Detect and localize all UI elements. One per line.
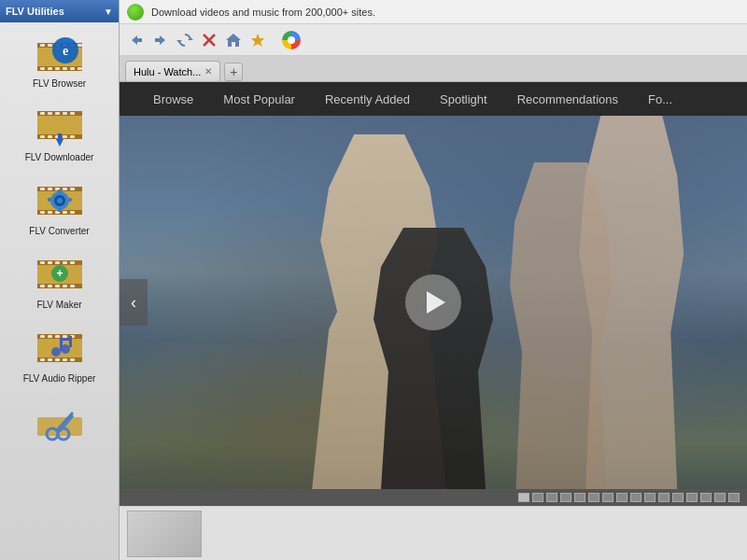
svg-rect-3	[40, 44, 45, 47]
page-dot-1[interactable]	[518, 493, 529, 502]
pagination-bar	[120, 489, 747, 506]
svg-rect-43	[63, 211, 67, 214]
svg-rect-55	[40, 261, 45, 264]
svg-rect-14	[78, 67, 82, 70]
page-dot-7[interactable]	[602, 493, 613, 502]
svg-marker-91	[176, 40, 182, 43]
page-dot-4[interactable]	[560, 493, 571, 502]
play-button[interactable]	[405, 274, 461, 330]
nav-most-popular[interactable]: Most Popular	[208, 85, 310, 114]
sidebar-item-downloader[interactable]: FLV Downloader	[0, 96, 119, 170]
svg-text:e: e	[62, 44, 67, 58]
svg-rect-28	[63, 135, 67, 138]
sidebar-item-extra[interactable]	[0, 391, 119, 455]
tab-close-button[interactable]: ✕	[204, 66, 212, 77]
sidebar-item-converter[interactable]: FLV Converter	[0, 170, 119, 244]
new-tab-button[interactable]: +	[224, 63, 243, 81]
refresh-icon	[176, 32, 193, 49]
svg-rect-61	[48, 285, 52, 287]
svg-rect-24	[70, 112, 75, 115]
svg-rect-39	[70, 188, 75, 190]
page-dot-3[interactable]	[546, 493, 557, 502]
refresh-button[interactable]	[174, 29, 196, 51]
page-dot-9[interactable]	[630, 493, 641, 502]
flv-maker-icon: +	[35, 251, 84, 300]
nav-browse[interactable]: Browse	[138, 85, 208, 114]
svg-rect-63	[63, 285, 67, 287]
page-dot-14[interactable]	[700, 493, 712, 502]
svg-rect-58	[63, 261, 67, 264]
svg-rect-26	[48, 135, 52, 138]
tabs-bar: Hulu - Watch... ✕ +	[120, 56, 747, 82]
tab-hulu[interactable]: Hulu - Watch... ✕	[125, 61, 220, 81]
svg-rect-31	[58, 133, 62, 141]
play-triangle-icon	[427, 291, 445, 314]
svg-rect-21	[48, 112, 52, 115]
svg-marker-95	[251, 34, 264, 47]
page-dot-5[interactable]	[574, 493, 585, 502]
page-dot-2[interactable]	[532, 493, 543, 502]
nav-recently-added[interactable]: Recently Added	[310, 85, 425, 114]
sidebar-title-label: FLV Utilities	[6, 6, 64, 17]
stop-icon	[201, 32, 218, 49]
svg-rect-38	[63, 188, 67, 190]
svg-rect-13	[70, 67, 75, 70]
info-text: Download videos and music from 200,000+ …	[151, 7, 375, 18]
sidebar-expand-button[interactable]: ▼	[104, 7, 113, 17]
hulu-nav: Browse Most Popular Recently Added Spotl…	[120, 82, 747, 116]
browser-content: Browse Most Popular Recently Added Spotl…	[120, 82, 747, 560]
svg-rect-79	[70, 358, 75, 361]
page-dot-15[interactable]	[714, 493, 726, 502]
svg-rect-29	[70, 135, 75, 138]
nav-recommendations[interactable]: Recommendations	[502, 85, 633, 114]
svg-rect-76	[48, 358, 52, 361]
svg-rect-40	[40, 211, 45, 214]
svg-rect-84	[60, 338, 72, 341]
svg-rect-23	[63, 112, 67, 115]
svg-rect-8	[78, 44, 82, 47]
page-dot-8[interactable]	[616, 493, 627, 502]
page-dot-12[interactable]	[672, 493, 684, 502]
sidebar-item-browser[interactable]: e FLV Browser	[0, 22, 119, 96]
nav-more[interactable]: Fo...	[633, 85, 687, 114]
home-button[interactable]	[222, 29, 245, 51]
page-dot-10[interactable]	[644, 493, 655, 502]
stop-button[interactable]	[198, 29, 220, 51]
svg-rect-62	[55, 285, 60, 287]
page-dot-13[interactable]	[686, 493, 698, 502]
tab-label: Hulu - Watch...	[134, 66, 201, 77]
svg-rect-36	[48, 188, 52, 190]
svg-rect-56	[48, 261, 52, 264]
page-dot-6[interactable]	[588, 493, 599, 502]
svg-rect-78	[63, 358, 67, 361]
star-button[interactable]	[247, 29, 269, 51]
info-bar: Download videos and music from 200,000+ …	[120, 0, 747, 24]
svg-rect-71	[48, 335, 52, 338]
prev-arrow-button[interactable]: ‹	[120, 279, 148, 326]
svg-text:+: +	[56, 267, 63, 280]
svg-rect-11	[55, 67, 60, 70]
status-icon	[127, 4, 144, 21]
star-icon	[249, 32, 266, 49]
flv-converter-icon	[35, 177, 84, 226]
svg-rect-10	[48, 67, 52, 70]
page-dot-11[interactable]	[658, 493, 669, 502]
svg-point-47	[57, 198, 63, 203]
forward-button[interactable]	[149, 29, 172, 51]
nav-spotlight[interactable]: Spotlight	[425, 85, 502, 114]
back-button[interactable]	[125, 29, 148, 51]
sidebar-label-converter: FLV Converter	[29, 226, 89, 236]
svg-rect-75	[40, 358, 45, 361]
sidebar-item-audio-ripper[interactable]: FLV Audio Ripper	[0, 317, 119, 391]
back-icon	[128, 32, 145, 49]
sidebar-label-maker: FLV Maker	[36, 300, 81, 310]
sidebar-label-browser: FLV Browser	[33, 78, 86, 89]
figure-right-2	[500, 162, 622, 489]
sidebar-item-maker[interactable]: + FLV Maker	[0, 244, 119, 317]
page-dot-16[interactable]	[728, 493, 740, 502]
svg-rect-35	[40, 188, 45, 190]
sidebar-title: FLV Utilities ▼	[0, 0, 119, 22]
strip-thumbnail[interactable]	[127, 511, 202, 557]
bottom-strip	[120, 506, 747, 560]
svg-rect-73	[63, 335, 67, 338]
